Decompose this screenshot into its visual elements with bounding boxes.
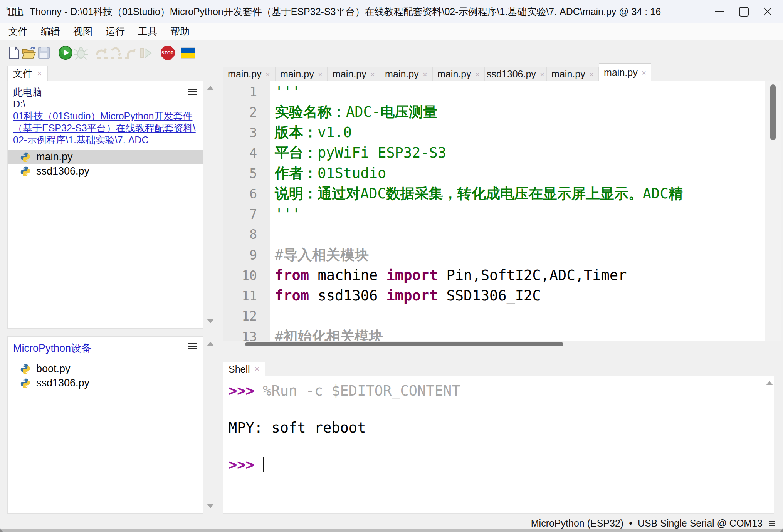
code-line: 1''' — [223, 81, 765, 102]
files-path-link[interactable]: （基于ESP32-S3平台）在线教程配套资料\ — [13, 122, 203, 134]
code-token: SSD1306_I2C — [438, 287, 541, 304]
tab-close-icon[interactable]: × — [318, 70, 323, 78]
code-token: 导入相关模块 — [283, 247, 369, 263]
new-file-icon — [8, 46, 20, 59]
code-token: >>> — [229, 456, 263, 473]
editor-horizontal-scrollbar[interactable] — [223, 341, 781, 348]
code-line: 7''' — [223, 204, 765, 224]
scroll-up-icon[interactable] — [766, 381, 773, 385]
status-device[interactable]: MicroPython (ESP32) — [531, 518, 623, 529]
close-button[interactable] — [756, 3, 780, 20]
maximize-button[interactable] — [732, 3, 756, 20]
code-token: 初始化相关模块 — [283, 328, 383, 341]
scroll-down-icon[interactable] — [207, 319, 214, 323]
panel-menu-icon[interactable] — [188, 89, 197, 95]
status-menu-icon[interactable] — [769, 521, 775, 526]
minimize-button[interactable] — [708, 3, 732, 20]
menu-item-视图[interactable]: 视图 — [67, 23, 99, 40]
code-token: 作者： — [275, 165, 318, 181]
tab-files-label: 文件 — [13, 67, 32, 80]
python-file-icon — [20, 166, 31, 177]
code-line-content: 平台：pyWiFi ESP32-S3 — [275, 143, 446, 163]
tab-close-icon[interactable]: × — [265, 70, 270, 78]
scroll-up-icon[interactable] — [207, 342, 214, 346]
code-token: # — [275, 328, 283, 341]
line-number: 6 — [223, 184, 270, 204]
file-item-ssd1306.py[interactable]: ssd1306.py — [8, 164, 203, 178]
line-number: 12 — [223, 306, 270, 326]
files-list: main.py ssd1306.py — [8, 150, 203, 178]
code-token: ''' — [275, 206, 301, 222]
step-into-button[interactable] — [109, 45, 124, 60]
code-token: pyWiFi ESP32-S3 — [318, 144, 446, 161]
step-into-icon — [109, 45, 124, 60]
step-over-button[interactable] — [95, 45, 110, 60]
debug-bug-icon — [74, 45, 88, 60]
file-item-boot.py[interactable]: boot.py — [8, 362, 203, 376]
editor-tab-main.py[interactable]: main.py× — [432, 67, 485, 81]
tab-close-icon[interactable]: × — [370, 70, 375, 78]
tab-close-icon[interactable]: × — [540, 70, 544, 78]
step-out-icon — [124, 45, 139, 60]
panel-menu-icon[interactable] — [188, 343, 197, 349]
scroll-up-icon[interactable] — [207, 86, 214, 90]
editor-tab-label: main.py — [604, 67, 638, 78]
code-line: 11from ssd1306 import SSD1306_I2C — [223, 285, 765, 306]
editor-tab-main.py[interactable]: main.py× — [380, 67, 432, 81]
tab-close-icon[interactable]: × — [475, 70, 480, 78]
file-item-ssd1306.py[interactable]: ssd1306.py — [8, 376, 203, 390]
stop-button[interactable]: STOP — [160, 45, 175, 60]
menu-item-工具[interactable]: 工具 — [131, 23, 164, 40]
new-file-button[interactable] — [7, 45, 21, 60]
save-button[interactable] — [37, 45, 51, 60]
code-token: 版本： — [275, 124, 318, 141]
files-scrollbar[interactable] — [204, 81, 217, 329]
editor-tab-main.py[interactable]: main.py× — [223, 67, 275, 81]
device-scrollbar[interactable] — [204, 336, 217, 514]
editor-vertical-scrollbar[interactable] — [765, 81, 781, 341]
editor-tab-main.py[interactable]: main.py× — [275, 67, 328, 81]
scrollbar-thumb[interactable] — [245, 342, 563, 346]
menu-item-运行[interactable]: 运行 — [99, 23, 131, 40]
editor-tab-main.py[interactable]: main.py× — [599, 63, 651, 81]
editor-tab-main.py[interactable]: main.py× — [546, 67, 599, 81]
files-path-link[interactable]: 01科技（01Studio）MicroPython开发套件 — [13, 110, 203, 122]
status-port[interactable]: USB Single Serial @ COM13 — [638, 518, 763, 529]
code-editor[interactable]: 1'''2实验名称：ADC-电压测量3版本：v1.04平台：pyWiFi ESP… — [223, 81, 765, 341]
step-out-button[interactable] — [124, 45, 139, 60]
tab-files[interactable]: 文件 × — [7, 66, 48, 81]
editor-tab-main.py[interactable]: main.py× — [328, 67, 380, 81]
files-computer[interactable]: 此电脑 — [13, 86, 203, 98]
file-item-name: boot.py — [36, 363, 71, 375]
file-item-main.py[interactable]: main.py — [8, 150, 203, 164]
tab-close-icon[interactable]: × — [423, 70, 427, 78]
tab-close-icon[interactable]: × — [589, 70, 594, 78]
menu-item-帮助[interactable]: 帮助 — [164, 23, 196, 40]
line-number: 11 — [223, 286, 270, 306]
debug-button[interactable] — [74, 45, 88, 60]
open-file-button[interactable] — [22, 45, 36, 60]
code-line-content: 说明：通过对ADC数据采集，转化成电压在显示屏上显示。ADC精 — [275, 183, 683, 204]
menu-item-文件[interactable]: 文件 — [2, 23, 34, 40]
tab-close-icon[interactable]: × — [37, 69, 42, 78]
code-token: from — [275, 267, 309, 284]
scrollbar-thumb[interactable] — [770, 84, 776, 140]
tab-close-icon[interactable]: × — [255, 365, 260, 373]
code-line: 3版本：v1.0 — [223, 122, 765, 143]
line-number: 4 — [223, 143, 270, 163]
menu-item-编辑[interactable]: 编辑 — [34, 23, 67, 40]
tab-close-icon[interactable]: × — [642, 69, 646, 77]
ukraine-flag-button[interactable] — [181, 45, 195, 60]
title-bar: Th Thonny - D:\01科技（01Studio）MicroPython… — [0, 0, 783, 23]
files-drive[interactable]: D:\ — [13, 98, 203, 110]
run-button[interactable] — [58, 45, 73, 60]
tab-shell[interactable]: Shell × — [223, 362, 265, 376]
code-line: 9#导入相关模块 — [223, 245, 765, 265]
code-token: ssd1306 — [309, 287, 386, 304]
file-item-name: main.py — [36, 151, 73, 163]
resume-button[interactable] — [138, 45, 153, 60]
editor-tab-label: ssd1306.py — [487, 69, 536, 80]
editor-tab-ssd1306.py[interactable]: ssd1306.py× — [485, 67, 546, 81]
scroll-down-icon[interactable] — [207, 504, 214, 508]
shell-output[interactable]: >>> %Run -c $EDITOR_CONTENT MPY: soft re… — [223, 376, 774, 514]
